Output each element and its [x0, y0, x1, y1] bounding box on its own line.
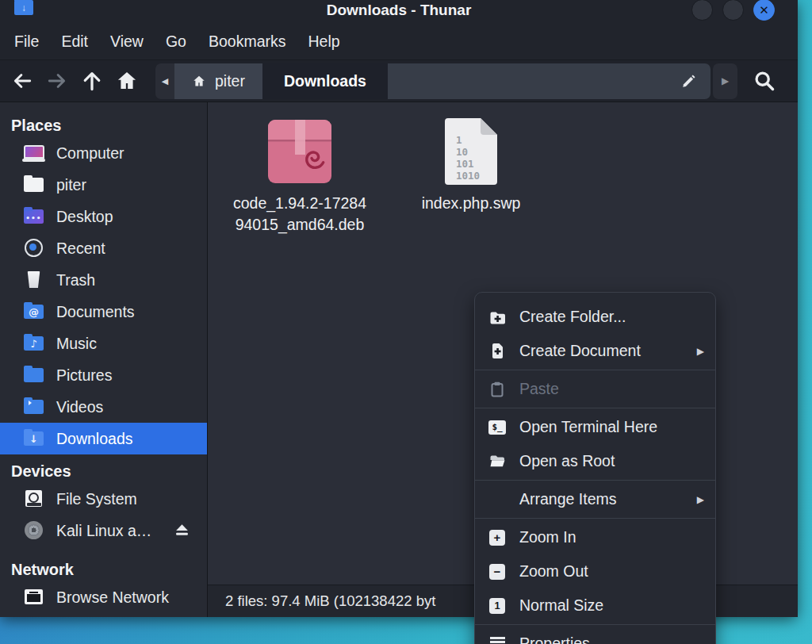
path-entry-area[interactable] — [388, 63, 710, 99]
harddrive-icon — [22, 489, 46, 508]
home-button[interactable] — [109, 63, 144, 98]
pictures-folder-icon — [22, 366, 46, 385]
sidebar-item-pictures[interactable]: Pictures — [0, 359, 207, 391]
menu-bookmarks[interactable]: Bookmarks — [209, 33, 286, 51]
sidebar-item-label: Videos — [56, 398, 103, 416]
menu-item-label: Open Terminal Here — [519, 418, 657, 436]
sidebar: Places Computer piter ••• Desktop Recent… — [0, 102, 208, 617]
open-folder-icon — [488, 453, 506, 470]
path-scroll-left-button[interactable]: ◀ — [155, 63, 174, 99]
sidebar-item-label: Kali Linux a… — [56, 522, 151, 540]
sidebar-section-network: Network — [0, 558, 207, 581]
forward-button[interactable] — [40, 63, 75, 98]
menu-item-create-document[interactable]: Create Document ▶ — [475, 334, 715, 368]
back-arrow-icon — [10, 71, 34, 91]
home-icon — [115, 70, 139, 92]
sidebar-section-places: Places — [0, 113, 207, 137]
menu-item-paste[interactable]: Paste — [475, 372, 715, 406]
menu-separator — [475, 518, 715, 519]
sidebar-item-file-system[interactable]: File System — [0, 483, 207, 515]
menu-item-arrange-items[interactable]: Arrange Items ▶ — [475, 482, 715, 516]
menu-item-label: Zoom In — [519, 528, 576, 546]
sidebar-item-label: Desktop — [56, 208, 113, 226]
edit-path-pencil-icon[interactable] — [680, 72, 698, 90]
up-arrow-icon — [81, 70, 103, 92]
search-icon — [753, 70, 776, 92]
up-button[interactable] — [75, 63, 109, 98]
normal-size-icon: 1 — [488, 597, 506, 615]
menu-item-properties[interactable]: Properties... — [475, 627, 715, 644]
file-name: 94015_amd64.deb — [233, 214, 366, 236]
menu-item-normal-size[interactable]: 1 Normal Size — [475, 588, 715, 623]
home-folder-icon — [22, 175, 46, 194]
eject-icon — [174, 523, 190, 536]
menu-edit[interactable]: Edit — [61, 33, 88, 51]
sidebar-item-trash[interactable]: Trash — [0, 264, 207, 296]
sidebar-item-browse-network[interactable]: Browse Network — [0, 581, 207, 613]
sidebar-item-label: Computer — [56, 144, 124, 163]
sidebar-item-label: Trash — [56, 271, 95, 289]
menu-item-label: Open as Root — [519, 452, 615, 470]
breadcrumb-downloads[interactable]: Downloads — [262, 63, 388, 99]
downloads-folder-icon: ↓ — [22, 429, 46, 448]
minimize-button[interactable] — [691, 0, 713, 21]
titlebar[interactable]: ↓ Downloads - Thunar ✕ — [0, 0, 798, 24]
sidebar-item-desktop[interactable]: ••• Desktop — [0, 201, 207, 232]
menu-go[interactable]: Go — [166, 33, 186, 51]
search-button[interactable] — [747, 63, 782, 98]
breadcrumb-label: Downloads — [284, 72, 366, 90]
sidebar-item-recent[interactable]: Recent — [0, 232, 207, 264]
menu-separator — [475, 408, 715, 408]
menu-item-open-as-root[interactable]: Open as Root — [475, 444, 715, 478]
menu-help[interactable]: Help — [308, 33, 340, 51]
file-item-deb-package[interactable]: code_1.94.2-17284 94015_amd64.deb — [216, 118, 384, 236]
menu-view[interactable]: View — [110, 33, 144, 51]
documents-folder-icon: @ — [22, 302, 46, 321]
menu-item-create-folder[interactable]: Create Folder... — [475, 300, 715, 334]
submenu-arrow-icon: ▶ — [697, 346, 704, 357]
deb-package-icon — [266, 118, 333, 185]
close-button[interactable]: ✕ — [753, 0, 775, 21]
menu-separator — [475, 480, 715, 481]
properties-icon — [488, 635, 506, 644]
file-name: index.php.swp — [422, 193, 521, 214]
path-expand-button[interactable]: ▶ — [713, 63, 737, 99]
create-folder-icon — [488, 309, 506, 326]
file-item-swap-file[interactable]: 1 10 101 1010 index.php.swp — [387, 118, 555, 214]
eject-button[interactable] — [174, 522, 190, 540]
context-menu: Create Folder... Create Document ▶ Paste… — [474, 292, 716, 644]
menu-item-zoom-in[interactable]: + Zoom In — [475, 520, 715, 554]
sidebar-item-music[interactable]: ♪ Music — [0, 328, 207, 359]
sidebar-item-documents[interactable]: @ Documents — [0, 296, 207, 328]
zoom-out-icon: − — [488, 563, 506, 581]
menu-separator — [475, 370, 715, 370]
menu-item-open-terminal-here[interactable]: $_ Open Terminal Here — [475, 410, 715, 444]
sidebar-item-label: Downloads — [56, 430, 132, 448]
menu-file[interactable]: File — [14, 33, 39, 51]
breadcrumb-piter[interactable]: piter — [174, 63, 262, 99]
sidebar-item-piter[interactable]: piter — [0, 169, 207, 201]
sidebar-item-videos[interactable]: Videos — [0, 391, 207, 423]
music-folder-icon: ♪ — [22, 334, 46, 353]
thunar-window: ↓ Downloads - Thunar ✕ File Edit View Go… — [0, 0, 798, 617]
sidebar-item-computer[interactable]: Computer — [0, 137, 207, 169]
menu-item-label: Paste — [519, 380, 559, 398]
maximize-button[interactable] — [722, 0, 744, 21]
disc-icon — [22, 521, 46, 540]
toolbar: ◀ piter Downloads ▶ — [0, 59, 798, 102]
trash-icon — [22, 270, 46, 289]
sidebar-item-label: piter — [56, 176, 86, 194]
sidebar-item-kali-linux-disc[interactable]: Kali Linux a… — [0, 515, 207, 546]
menu-item-label: Zoom Out — [519, 562, 588, 581]
menu-item-zoom-out[interactable]: − Zoom Out — [475, 554, 715, 588]
path-bar: ◀ piter Downloads — [155, 63, 710, 99]
menu-item-label: Create Folder... — [519, 308, 626, 326]
sidebar-item-downloads[interactable]: ↓ Downloads — [0, 423, 207, 454]
network-icon — [22, 588, 46, 607]
back-button[interactable] — [5, 63, 40, 98]
terminal-icon: $_ — [488, 419, 506, 436]
status-text: 2 files: 97.4 MiB (102138422 byt — [225, 592, 435, 610]
sidebar-section-devices: Devices — [0, 459, 207, 483]
breadcrumb-label: piter — [215, 72, 245, 90]
sidebar-item-label: Documents — [56, 303, 135, 321]
